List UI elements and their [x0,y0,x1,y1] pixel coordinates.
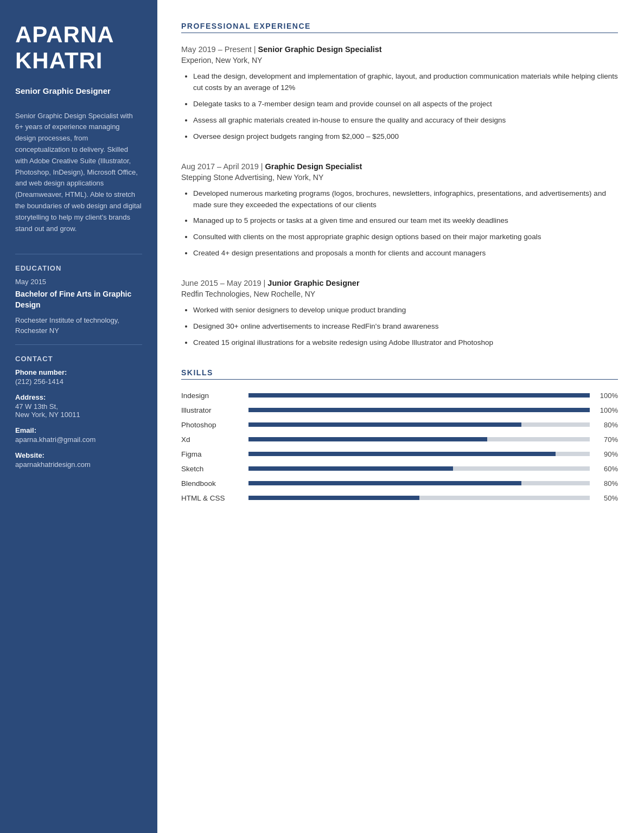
email-label: Email: [15,426,142,434]
skill-html-css: HTML & CSS 50% [181,494,618,502]
skill-bar-fill [248,452,556,456]
job-1-company: Experion, New York, NY [181,56,618,65]
candidate-summary: Senior Graphic Design Specialist with 6+… [15,111,142,235]
list-item: Worked with senior designers to develop … [193,305,618,316]
skill-bar-bg [248,496,590,500]
skill-bar-fill [248,422,521,427]
skill-name: Xd [181,435,241,444]
skill-pct: 100% [597,392,618,400]
sidebar: APARNA KHATRI Senior Graphic Designer Se… [0,0,157,833]
skill-blendbook: Blendbook 80% [181,479,618,488]
skill-bar-fill [248,481,521,485]
skill-bar-bg [248,422,590,427]
sidebar-divider-edu [15,254,142,254]
email-value: aparna.khatri@gmail.com [15,435,142,444]
edu-school2: Rochester NY [15,326,142,335]
exp-heading: PROFESSIONAL EXPERIENCE [181,22,618,33]
website-label: Website: [15,451,142,459]
skill-photoshop: Photoshop 80% [181,421,618,429]
address-value: 47 W 13th St,New York, NY 10011 [15,402,142,419]
skill-pct: 70% [597,435,618,444]
job-1-bullets: Lead the design, development and impleme… [181,71,618,143]
website-value: aparnakhatridesign.com [15,460,142,469]
list-item: Lead the design, development and impleme… [193,71,618,94]
skill-indesign: Indesign 100% [181,392,618,400]
skill-pct: 60% [597,465,618,473]
job-2-header: Aug 2017 – April 2019 | Graphic Design S… [181,162,618,171]
skill-name: Sketch [181,465,241,473]
candidate-title: Senior Graphic Designer [15,86,142,95]
job-2: Aug 2017 – April 2019 | Graphic Design S… [181,162,618,260]
list-item: Designed 30+ online advertisements to in… [193,321,618,332]
job-2-bullets: Developed numerous marketing programs (l… [181,188,618,260]
phone-label: Phone number: [15,368,142,376]
skill-sketch: Sketch 60% [181,465,618,473]
skill-xd: Xd 70% [181,435,618,444]
sidebar-divider-contact [15,344,142,345]
skill-name: Photoshop [181,421,241,429]
skill-name: Figma [181,450,241,458]
list-item: Oversee design project budgets ranging f… [193,131,618,143]
email-block: Email: aparna.khatri@gmail.com [15,426,142,444]
job-3-company: Redfin Technologies, New Rochelle, NY [181,290,618,298]
phone-value: (212) 256-1414 [15,377,142,386]
list-item: Delegate tasks to a 7-member design team… [193,99,618,110]
address-label: Address: [15,393,142,401]
skill-bar-bg [248,481,590,485]
list-item: Assess all graphic materials created in-… [193,115,618,126]
skill-name: HTML & CSS [181,494,241,502]
skill-name: Indesign [181,392,241,400]
list-item: Created 4+ design presentations and prop… [193,248,618,259]
skill-pct: 80% [597,479,618,488]
job-2-date: Aug 2017 – April 2019 | [181,162,265,171]
skill-bar-fill [248,408,590,412]
phone-block: Phone number: (212) 256-1414 [15,368,142,386]
edu-date: May 2015 [15,278,142,286]
skill-pct: 100% [597,406,618,414]
list-item: Managed up to 5 projects or tasks at a g… [193,215,618,227]
job-3: June 2015 – May 2019 | Junior Graphic De… [181,279,618,349]
skill-pct: 50% [597,494,618,502]
skill-figma: Figma 90% [181,450,618,458]
skill-bar-bg [248,452,590,456]
edu-degree: Bachelor of Fine Arts in Graphic Design [15,289,142,310]
website-block: Website: aparnakhatridesign.com [15,451,142,469]
job-1-header: May 2019 – Present | Senior Graphic Desi… [181,45,618,54]
job-1-title: Senior Graphic Design Specialist [258,45,382,54]
job-3-title: Junior Graphic Designer [267,279,359,287]
skill-bar-fill [248,437,487,441]
list-item: Consulted with clients on the most appro… [193,232,618,243]
skill-bar-fill [248,496,419,500]
job-1-date: May 2019 – Present | [181,45,258,54]
skill-bar-fill [248,393,590,398]
skill-illustrator: Illustrator 100% [181,406,618,414]
job-3-bullets: Worked with senior designers to develop … [181,305,618,349]
skill-pct: 90% [597,450,618,458]
skill-pct: 80% [597,421,618,429]
education-label: EDUCATION [15,264,142,272]
candidate-name: APARNA KHATRI [15,22,142,74]
skill-bar-bg [248,408,590,412]
skills-heading: SKILLS [181,368,618,380]
skill-bar-fill [248,466,453,471]
main-content: PROFESSIONAL EXPERIENCE May 2019 – Prese… [157,0,644,833]
list-item: Created 15 original illustrations for a … [193,337,618,349]
job-2-title: Graphic Design Specialist [265,162,362,171]
contact-label: CONTACT [15,355,142,363]
list-item: Developed numerous marketing programs (l… [193,188,618,211]
skill-name: Blendbook [181,479,241,488]
edu-school1: Rochester Institute of technology, [15,316,142,324]
skill-bar-bg [248,437,590,441]
skill-bar-bg [248,393,590,398]
skill-bar-bg [248,466,590,471]
job-3-header: June 2015 – May 2019 | Junior Graphic De… [181,279,618,287]
job-2-company: Stepping Stone Advertising, New York, NY [181,173,618,182]
job-3-date: June 2015 – May 2019 | [181,279,267,287]
skills-section: SKILLS Indesign 100% Illustrator 100% Ph… [181,368,618,502]
job-1: May 2019 – Present | Senior Graphic Desi… [181,45,618,143]
skill-name: Illustrator [181,406,241,414]
address-block: Address: 47 W 13th St,New York, NY 10011 [15,393,142,419]
